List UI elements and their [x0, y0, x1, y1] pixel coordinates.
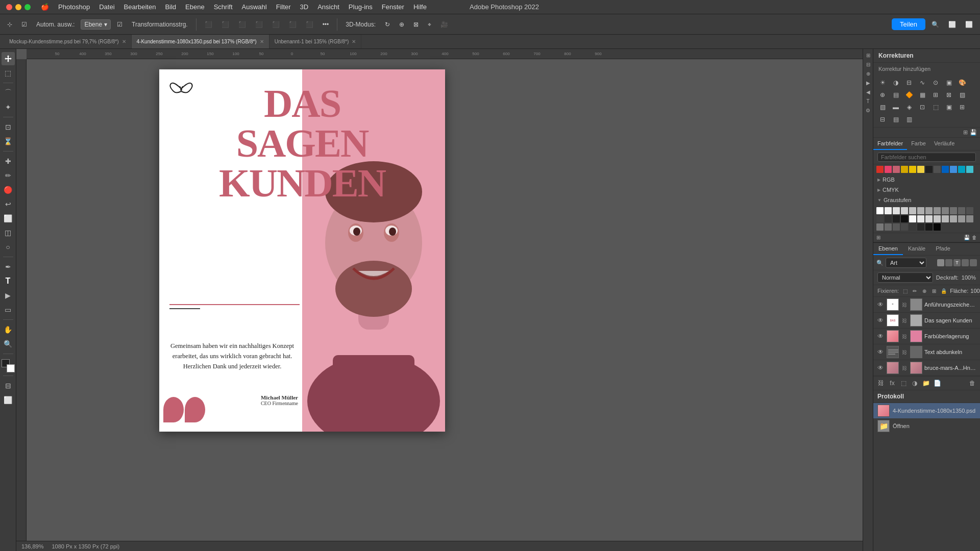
tab-0[interactable]: Mockup-Kundenstimme.psd bei 79,7% (RGB/8… [4, 35, 132, 48]
swatch-gray-a14[interactable] [917, 223, 924, 231]
fix-artboard-icon[interactable]: ⊞ [930, 287, 938, 295]
move-tool[interactable] [2, 52, 15, 65]
zoom-tool[interactable]: 🔍 [2, 337, 15, 350]
swatch-pink-red[interactable] [885, 166, 892, 173]
swatch-white[interactable] [876, 207, 884, 214]
tab-2[interactable]: Unbenannt-1 bei 135% (RGB/8*) ✕ [270, 35, 362, 48]
layer-mask-btn[interactable]: ⬚ [899, 379, 908, 388]
auto-select-btn[interactable]: ☑ [18, 20, 30, 29]
delete-layer-btn[interactable]: 🗑 [968, 379, 977, 388]
magic-wand-tool[interactable]: ✦ [2, 101, 15, 114]
menu-item-apple[interactable]: 🍎 [41, 3, 49, 11]
corr-extra2[interactable]: ⬚ [929, 102, 942, 113]
blend-mode-select[interactable]: Normal Multiplizieren Abblenden [877, 272, 933, 283]
swatch-gray9[interactable] [950, 207, 957, 214]
swatch-gray-a15[interactable] [925, 223, 933, 231]
swatch-gray-a1[interactable] [909, 215, 916, 222]
layer-farbuberlagerung[interactable]: 👁 ⛓ Farbüberlagerung [873, 329, 980, 344]
vert-icon-4[interactable]: ▶ [864, 79, 872, 87]
menu-item-bild[interactable]: Bild [165, 3, 176, 11]
menu-item-schrift[interactable]: Schrift [214, 3, 233, 11]
menu-item-plugins[interactable]: Plug-ins [349, 3, 373, 11]
layer-eye-4[interactable]: 👁 [876, 348, 885, 356]
swatch-yellow2[interactable] [909, 166, 916, 173]
quick-mask-btn[interactable]: ⊟ [2, 379, 15, 392]
pen-tool[interactable]: ✒ [2, 260, 15, 273]
panel-icon-grid[interactable]: ⊞ [963, 129, 968, 136]
farbfelder-search-input[interactable] [877, 153, 976, 162]
swatch-gray2[interactable] [893, 207, 900, 214]
swatch-yellow3[interactable] [917, 166, 924, 173]
protokoll-item-1[interactable]: 📁 Öffnen [873, 418, 980, 434]
brush-tool[interactable]: ✏ [2, 169, 15, 182]
swatch-gray-a8[interactable] [966, 215, 973, 222]
swatch-black[interactable] [925, 166, 933, 173]
path-selection-tool[interactable]: ▶ [2, 289, 15, 302]
swatch-blue[interactable] [942, 166, 949, 173]
layer-anfuehrungszeichen[interactable]: 👁 " ⛓ Anführungszeichen Groß [873, 297, 980, 313]
swatch-gray6[interactable] [925, 207, 933, 214]
layer-eye-2[interactable]: 👁 [876, 317, 885, 324]
swatch-gray3[interactable] [901, 207, 908, 214]
menu-item-hilfe[interactable]: Hilfe [413, 3, 427, 11]
korrekturen-subtitle[interactable]: Korrektur hinzufügen [873, 63, 980, 75]
swatch-gray-a3[interactable] [925, 215, 933, 222]
corr-mix[interactable]: ▦ [916, 89, 928, 101]
swatch-gray14[interactable] [893, 215, 900, 222]
swatch-gray-a4[interactable] [934, 215, 941, 222]
corr-extra3[interactable]: ▣ [943, 102, 955, 113]
opacity-value[interactable]: 100% [962, 274, 976, 281]
filter-icon-3[interactable]: T [953, 259, 961, 266]
corr-bw[interactable]: ▤ [890, 89, 902, 101]
corr-poster[interactable]: ▨ [956, 89, 968, 101]
shape-tool[interactable]: ▭ [2, 303, 15, 316]
swatch-gray-a9[interactable] [876, 223, 884, 231]
color-group-graustufen[interactable]: ▼ Graustufen [873, 195, 980, 205]
corr-colorbal[interactable]: ⊕ [876, 89, 889, 101]
tab-verlaeufe[interactable]: Verläufe [930, 138, 959, 150]
corr-threshold[interactable]: ▧ [876, 102, 889, 113]
tab-0-close[interactable]: ✕ [122, 39, 126, 44]
corr-color-lookup[interactable]: ⊞ [929, 89, 942, 101]
menu-item-fenster[interactable]: Fenster [382, 3, 404, 11]
swatch-gray-a2[interactable] [917, 215, 924, 222]
menu-item-3d[interactable]: 3D [300, 3, 309, 11]
corr-curves[interactable]: ∿ [916, 77, 928, 88]
corr-contrast[interactable]: ◑ [890, 77, 902, 88]
swatch-dark-gray[interactable] [934, 166, 941, 173]
ebenen-tab-kanaele[interactable]: Kanäle [903, 243, 930, 255]
vert-icon-2[interactable]: ⊟ [864, 60, 872, 68]
vert-icon-3[interactable]: ⊕ [864, 69, 872, 78]
swatch-gray12[interactable] [876, 215, 884, 222]
vert-icon-6[interactable]: T [864, 97, 872, 105]
align-center-btn[interactable]: ⬛ [218, 20, 232, 29]
corr-exposure[interactable]: ⊙ [929, 77, 942, 88]
menu-item-datei[interactable]: Datei [99, 3, 114, 11]
swatch-gray13[interactable] [885, 215, 892, 222]
menu-item-auswahl[interactable]: Auswahl [242, 3, 267, 11]
swatch-gray-a16[interactable] [934, 223, 941, 231]
marquee-tool[interactable]: ⬚ [2, 66, 15, 80]
swatch-gray4[interactable] [909, 207, 916, 214]
new-group-btn[interactable]: 📁 [921, 379, 930, 388]
swatch-btn-3[interactable]: 🗑 [972, 235, 977, 240]
workspace-btn[interactable]: ⬜ [945, 20, 959, 29]
swatch-btn-1[interactable]: ⊞ [876, 235, 880, 240]
menu-item-photoshop[interactable]: Photoshop [58, 3, 90, 11]
color-group-cmyk[interactable]: ▶ CMYK [873, 185, 980, 195]
crop-tool[interactable]: ⊡ [2, 120, 15, 134]
3d-extra-btn[interactable]: ⌖ [425, 20, 434, 29]
3d-move-btn[interactable]: ⊕ [396, 20, 407, 29]
layer-das-sagen[interactable]: 👁 DAS ⛓ Das sagen Kunden [873, 313, 980, 329]
swatch-gray-a7[interactable] [958, 215, 965, 222]
text-tool[interactable]: T [2, 274, 15, 288]
swatch-gray-a11[interactable] [893, 223, 900, 231]
swatch-gray8[interactable] [942, 207, 949, 214]
adj-layer-btn[interactable]: ◑ [910, 379, 919, 388]
corr-invert[interactable]: ⊠ [943, 89, 955, 101]
maximize-button[interactable] [24, 4, 31, 10]
flaeche-value[interactable]: 100% [970, 288, 980, 294]
swatch-gray15[interactable] [901, 215, 908, 222]
eraser-tool[interactable]: ⬜ [2, 212, 15, 225]
swatch-red[interactable] [876, 166, 884, 173]
